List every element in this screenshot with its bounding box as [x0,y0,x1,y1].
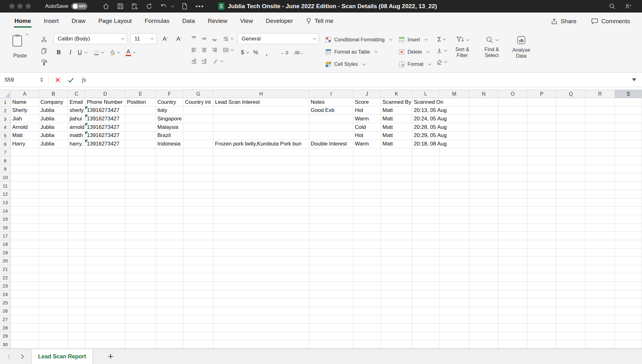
cell-O1[interactable] [498,98,527,107]
row-header-11[interactable]: 11 [0,182,11,190]
cell-F20[interactable] [156,257,183,265]
cell-R21[interactable] [586,265,615,274]
cell-K8[interactable] [381,156,412,165]
cell-L17[interactable] [412,232,439,240]
cell-E5[interactable] [125,132,156,140]
cell-J12[interactable] [353,190,381,198]
font-name-dropdown[interactable]: Calibri (Body) [54,33,127,44]
add-sheet-button[interactable]: + [108,352,113,361]
cell-H17[interactable] [213,232,309,240]
cell-M26[interactable] [439,307,469,315]
cell-C10[interactable] [68,173,85,182]
cell-A12[interactable] [11,190,39,198]
cell-F13[interactable] [156,198,183,207]
cell-F30[interactable] [156,340,183,349]
cell-D6[interactable]: 13916273427 [85,140,125,148]
cell-F8[interactable] [156,156,183,165]
name-box-stepper[interactable] [38,77,46,82]
autosave-toggle[interactable]: AutoSave OFF [45,3,87,10]
cell-R5[interactable] [586,132,615,140]
cell-H7[interactable] [213,148,309,157]
cell-G14[interactable] [183,207,213,215]
cell-F18[interactable] [156,240,183,249]
cell-H8[interactable] [213,156,309,165]
cell-C30[interactable] [68,340,85,349]
cell-S1[interactable] [615,98,642,107]
cell-R24[interactable] [586,290,615,299]
cell-D29[interactable] [85,332,125,340]
cell-L1[interactable]: Scanned On [412,98,439,107]
cell-I9[interactable] [309,165,353,173]
cell-O25[interactable] [498,298,527,307]
row-header-3[interactable]: 3 [0,115,11,123]
cell-N22[interactable] [469,273,498,282]
currency-button[interactable]: $ [239,48,250,57]
cell-K6[interactable]: Matt [381,140,412,148]
cell-P24[interactable] [527,290,556,299]
cell-F2[interactable]: Italy [156,107,183,115]
cell-K16[interactable] [381,224,412,232]
cell-P26[interactable] [527,307,556,315]
cell-B5[interactable]: Jublia [39,132,68,140]
cell-P21[interactable] [527,265,556,274]
cell-H15[interactable] [213,215,309,224]
cell-B2[interactable]: Jublia [39,107,68,115]
column-header-S[interactable]: S [615,90,642,98]
cell-K23[interactable] [381,282,412,290]
cell-R20[interactable] [586,257,615,265]
align-middle-button[interactable] [199,34,209,44]
column-header-N[interactable]: N [469,90,498,98]
cell-N20[interactable] [469,257,498,265]
cell-K30[interactable] [381,340,412,349]
cell-J22[interactable] [353,273,381,282]
cell-P30[interactable] [527,340,556,349]
cell-E17[interactable] [125,232,156,240]
cell-O30[interactable] [498,340,527,349]
cell-J7[interactable] [353,148,381,157]
cell-R16[interactable] [586,224,615,232]
cell-H14[interactable] [213,207,309,215]
cell-P3[interactable] [527,115,556,123]
cell-Q5[interactable] [556,132,586,140]
cell-D18[interactable] [85,240,125,249]
cell-H20[interactable] [213,257,309,265]
cell-O17[interactable] [498,232,527,240]
cell-O3[interactable] [498,115,527,123]
font-size-dropdown[interactable]: 11 [130,33,157,44]
cell-K9[interactable] [381,165,412,173]
format-as-table-button[interactable]: Format as Table [324,46,393,57]
cell-M11[interactable] [439,182,469,190]
cell-P27[interactable] [527,315,556,324]
cell-C5[interactable]: matth [68,132,85,140]
cell-N1[interactable] [469,98,498,107]
cell-F10[interactable] [156,173,183,182]
orientation-button[interactable] [213,56,223,66]
cell-P14[interactable] [527,207,556,215]
cell-L29[interactable] [412,332,439,340]
cell-J1[interactable]: Score [353,98,381,107]
cell-F14[interactable] [156,207,183,215]
cell-N24[interactable] [469,290,498,299]
cell-P2[interactable] [527,107,556,115]
cell-R10[interactable] [586,173,615,182]
cell-R17[interactable] [586,232,615,240]
cell-S18[interactable] [615,240,642,249]
cell-R2[interactable] [586,107,615,115]
cell-S13[interactable] [615,198,642,207]
cell-D27[interactable] [85,315,125,324]
merge-center-button[interactable] [223,45,233,55]
cell-K29[interactable] [381,332,412,340]
cell-O14[interactable] [498,207,527,215]
cell-E27[interactable] [125,315,156,324]
cell-E19[interactable] [125,249,156,257]
decrease-indent-button[interactable] [189,56,199,66]
cell-H2[interactable] [213,107,309,115]
cell-G5[interactable] [183,132,213,140]
cell-H19[interactable] [213,249,309,257]
cell-E18[interactable] [125,240,156,249]
cell-Q13[interactable] [556,198,586,207]
cell-H24[interactable] [213,290,309,299]
borders-button[interactable] [93,48,104,57]
cell-I2[interactable]: Good Exb [309,107,353,115]
cell-B29[interactable] [39,332,68,340]
